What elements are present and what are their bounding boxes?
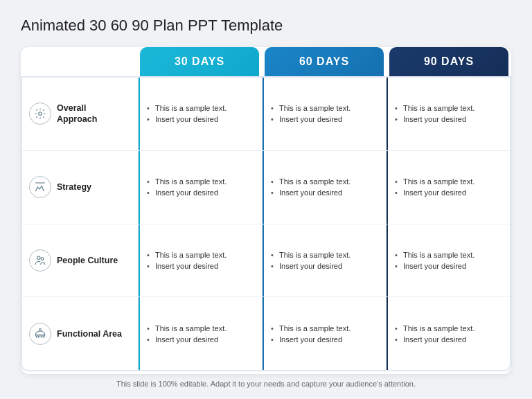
cell-functional-60: This is a sample text. Insert your desir…	[263, 297, 387, 370]
cell-people-90: This is a sample text. Insert your desir…	[387, 224, 510, 297]
cell-functional-90-b2: Insert your desired	[395, 334, 503, 345]
svg-point-0	[39, 112, 42, 116]
cell-functional-60-b1: This is a sample text.	[271, 323, 379, 334]
col-header-90: 90 DAYS	[389, 47, 508, 76]
cell-people-30: This is a sample text. Insert your desir…	[139, 224, 263, 297]
body-area: OverallApproach This is a sample text. I…	[21, 76, 511, 371]
cell-functional-90: This is a sample text. Insert your desir…	[387, 297, 510, 370]
label-people-culture-text: People Culture	[57, 255, 118, 266]
footer-text: This slide is 100% editable. Adapt it to…	[21, 374, 511, 388]
cell-strategy-30-b2: Insert your desired	[147, 187, 255, 198]
cell-people-60: This is a sample text. Insert your desir…	[263, 224, 387, 297]
cell-people-60-b2: Insert your desired	[271, 260, 379, 272]
label-functional-area: Functional Area	[22, 297, 139, 370]
cell-people-30-b1: This is a sample text.	[147, 249, 255, 260]
cell-overall-30: This is a sample text. Insert your desir…	[139, 78, 263, 150]
row-people-culture: People Culture This is a sample text. In…	[22, 224, 510, 298]
overall-approach-icon	[29, 103, 51, 125]
cell-strategy-90-b2: Insert your desired	[395, 187, 503, 198]
cell-overall-60: This is a sample text. Insert your desir…	[263, 78, 387, 150]
svg-point-1	[37, 256, 41, 260]
cell-strategy-30-b1: This is a sample text.	[147, 176, 255, 187]
label-functional-area-text: Functional Area	[57, 328, 122, 339]
cell-functional-60-b2: Insert your desired	[271, 334, 379, 345]
row-functional-area: Functional Area This is a sample text. I…	[22, 297, 510, 370]
functional-area-icon	[29, 323, 51, 345]
cell-overall-90: This is a sample text. Insert your desir…	[387, 78, 510, 150]
cell-overall-60-b2: Insert your desired	[271, 114, 379, 125]
label-strategy: Strategy	[22, 151, 139, 224]
cell-overall-90-b1: This is a sample text.	[395, 103, 503, 114]
cell-people-90-b1: This is a sample text.	[395, 249, 503, 260]
cell-functional-30-b2: Insert your desired	[147, 334, 255, 345]
label-overall-approach-text: OverallApproach	[57, 103, 97, 125]
cell-overall-90-b2: Insert your desired	[395, 114, 503, 125]
row-strategy: Strategy This is a sample text. Insert y…	[22, 151, 510, 224]
cell-overall-30-b2: Insert your desired	[147, 114, 255, 125]
cell-people-60-b1: This is a sample text.	[271, 249, 379, 260]
label-overall-approach: OverallApproach	[22, 78, 139, 150]
label-strategy-text: Strategy	[57, 181, 91, 193]
cell-strategy-90: This is a sample text. Insert your desir…	[387, 151, 510, 224]
main-card: 30 DAYS 60 DAYS 90 DAYS OverallApproach …	[21, 47, 511, 374]
label-people-culture: People Culture	[22, 224, 139, 297]
strategy-icon	[29, 176, 51, 198]
label-header-spacer	[21, 47, 137, 76]
cell-functional-90-b1: This is a sample text.	[395, 323, 503, 334]
cell-strategy-90-b1: This is a sample text.	[395, 176, 503, 187]
svg-point-2	[41, 258, 44, 260]
cell-people-30-b2: Insert your desired	[147, 260, 255, 272]
cell-functional-30-b1: This is a sample text.	[147, 323, 255, 334]
cell-overall-60-b1: This is a sample text.	[271, 103, 379, 114]
cell-strategy-60-b1: This is a sample text.	[271, 176, 379, 187]
cell-strategy-30: This is a sample text. Insert your desir…	[139, 151, 263, 224]
cell-functional-30: This is a sample text. Insert your desir…	[139, 297, 263, 370]
row-overall-approach: OverallApproach This is a sample text. I…	[22, 78, 510, 151]
cell-overall-30-b1: This is a sample text.	[147, 103, 255, 114]
col-header-60: 60 DAYS	[265, 47, 384, 76]
col-header-30: 30 DAYS	[140, 47, 259, 76]
people-culture-icon	[29, 249, 51, 272]
page-title: Animated 30 60 90 Plan PPT Template	[21, 17, 511, 35]
header-row: 30 DAYS 60 DAYS 90 DAYS	[21, 47, 511, 76]
svg-rect-3	[35, 335, 45, 336]
cell-strategy-60-b2: Insert your desired	[271, 187, 379, 198]
cell-strategy-60: This is a sample text. Insert your desir…	[263, 151, 387, 224]
cell-people-90-b2: Insert your desired	[395, 260, 503, 272]
